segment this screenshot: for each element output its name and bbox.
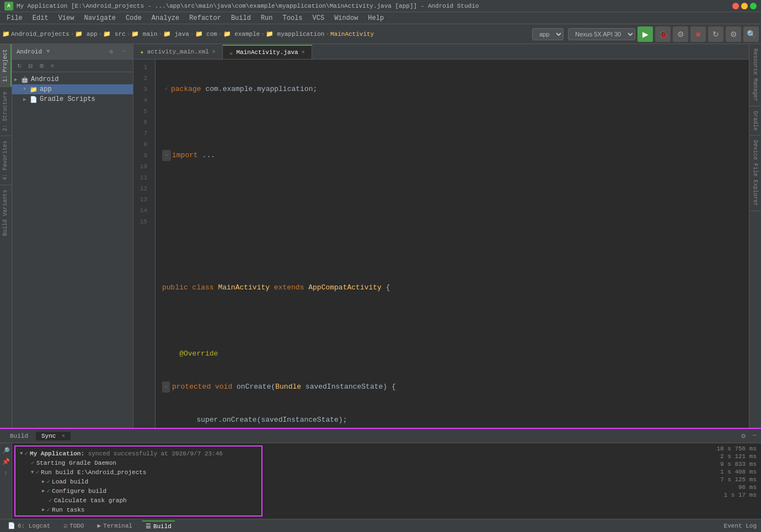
build-item-run-tasks[interactable]: ▶ ✓ Run tasks xyxy=(18,505,259,514)
run-tasks-label: Run tasks xyxy=(52,507,84,513)
menu-build[interactable]: Build xyxy=(227,13,255,23)
close-control[interactable] xyxy=(732,3,739,9)
breadcrumb-app[interactable]: 📁 app xyxy=(75,30,97,37)
line-13: 13 xyxy=(133,194,151,205)
menu-view[interactable]: View xyxy=(54,13,79,23)
menu-tools[interactable]: Tools xyxy=(278,13,307,23)
close-xml-tab[interactable]: × xyxy=(212,49,216,55)
search-button[interactable]: 🔍 xyxy=(743,26,759,42)
menu-code[interactable]: Code xyxy=(121,13,146,23)
android-expand[interactable]: ▶ xyxy=(14,77,21,83)
menu-run[interactable]: Run xyxy=(256,13,277,23)
app-expand[interactable]: ▼ xyxy=(23,87,30,92)
myapp-expand[interactable]: ▼ xyxy=(20,451,23,456)
breadcrumb-mainactivity[interactable]: MainActivity xyxy=(330,31,374,37)
fold-3[interactable]: − xyxy=(162,150,171,161)
menu-window[interactable]: Window xyxy=(330,13,362,23)
menu-file[interactable]: File xyxy=(2,13,27,23)
menu-refactor[interactable]: Refactor xyxy=(185,13,226,23)
vtab-device-file-explorer[interactable]: Device File Explorer xyxy=(750,136,760,211)
status-tab-terminal[interactable]: ▶ Terminal xyxy=(94,521,135,530)
build-item-load-build[interactable]: ▶ ✓ Load build xyxy=(18,477,259,486)
run-build-expand[interactable]: ▼ xyxy=(31,470,34,475)
vtab-project[interactable]: 1: Project xyxy=(0,44,12,87)
vtab-resource-manager[interactable]: Resource Manager xyxy=(750,44,760,106)
android-dropdown[interactable]: ▼ xyxy=(46,49,50,55)
vtab-build-variants[interactable]: Build Variants xyxy=(0,185,12,240)
menu-edit[interactable]: Edit xyxy=(28,13,53,23)
breadcrumb-android-projects[interactable]: 📁 xyxy=(2,30,10,37)
status-tab-logcat[interactable]: 📄 6: Logcat xyxy=(4,521,53,530)
build-settings-btn[interactable]: ⚙ xyxy=(741,432,746,440)
app-selector[interactable]: app xyxy=(532,28,564,40)
minimize-control[interactable] xyxy=(741,3,748,9)
vtab-favorites[interactable]: 4: Favorites xyxy=(0,136,12,185)
event-log-label[interactable]: Event Log xyxy=(724,523,757,529)
build-item-myapp[interactable]: ▼ ✓ My Application: synced successfully … xyxy=(18,449,259,458)
gradle-expand[interactable]: ▶ xyxy=(23,96,30,103)
bottom-tab-sync[interactable]: Sync × xyxy=(36,432,71,440)
close-java-tab[interactable]: × xyxy=(302,50,305,56)
breadcrumb-java[interactable]: 📁 java xyxy=(163,30,189,37)
build-item-run-build[interactable]: ▼ ✓ Run build E:\Android_projects xyxy=(18,467,259,477)
tab-activity-main-xml[interactable]: ✦ activity_main.xml × xyxy=(133,45,223,59)
configure-expand[interactable]: ▶ xyxy=(42,488,45,494)
maximize-control[interactable] xyxy=(750,3,757,9)
menu-analyze[interactable]: Analyze xyxy=(147,13,184,23)
line-14: 14 xyxy=(133,205,151,216)
collapse-all-btn[interactable]: ⊟ xyxy=(25,61,35,71)
run-tasks-expand[interactable]: ▶ xyxy=(42,507,45,513)
calculate-check: ✓ xyxy=(49,497,52,504)
project-tree: ▶ 🤖 Android ▼ 📁 app ▶ 📄 Gradle Scripts xyxy=(12,72,133,428)
menu-vcs[interactable]: VCS xyxy=(308,13,329,23)
breadcrumb-com[interactable]: 📁 com xyxy=(195,30,217,37)
build-item-configure[interactable]: ▶ ✓ Configure build xyxy=(18,486,259,496)
panel-collapse-btn[interactable]: − xyxy=(119,47,128,57)
code-editor[interactable]: 1 2 3 4 5 6 7 8 9 10 11 12 13 14 15 ✓ pa… xyxy=(133,60,749,428)
build-item-gradle-daemon[interactable]: ✓ Starting Gradle Daemon xyxy=(18,458,259,467)
fold-10[interactable]: − xyxy=(162,381,170,393)
window-controls[interactable] xyxy=(732,3,757,9)
panel-settings-btn[interactable]: ⚙ xyxy=(106,47,116,57)
breadcrumb-android-projects-label[interactable]: Android_projects xyxy=(11,31,69,37)
bottom-tab-build[interactable]: Build xyxy=(4,432,34,440)
menu-bar: File Edit View Navigate Code Analyze Ref… xyxy=(0,12,761,24)
tab-bar: ✦ activity_main.xml × ☕ MainActivity.jav… xyxy=(133,44,749,60)
debug-button[interactable]: 🐞 xyxy=(655,26,671,42)
profile-button[interactable]: ⚙ xyxy=(673,26,688,42)
menu-navigate[interactable]: Navigate xyxy=(79,13,120,23)
close-panel-btn[interactable]: × xyxy=(47,61,57,71)
build-minimize-btn[interactable]: − xyxy=(752,432,757,440)
build-item-calculate[interactable]: ✓ Calculate task graph xyxy=(18,496,259,505)
vtab-structure[interactable]: 2: Structure xyxy=(0,87,12,136)
line-9: 9 xyxy=(133,150,151,161)
settings-gear-btn[interactable]: ⚙ xyxy=(36,61,46,71)
build-nav-btn[interactable]: ↕ xyxy=(1,467,11,477)
code-content[interactable]: ✓ package com.example.myapplication; − i… xyxy=(156,60,749,428)
status-tab-build[interactable]: ☰ Build xyxy=(142,520,175,531)
run-button[interactable]: ▶ xyxy=(637,26,653,42)
settings-button[interactable]: ⚙ xyxy=(726,26,741,42)
bottom-panel-tabs: Build Sync × ⚙ − xyxy=(0,429,761,443)
sync-close[interactable]: × xyxy=(62,433,65,439)
build-label: Build xyxy=(153,523,172,530)
stop-button[interactable]: ■ xyxy=(690,26,706,42)
sync-button[interactable]: ↻ xyxy=(708,26,724,42)
menu-help[interactable]: Help xyxy=(363,13,388,23)
vtab-gradle[interactable]: Gradle xyxy=(750,106,760,136)
breadcrumb-main[interactable]: 📁 main xyxy=(131,30,157,37)
breadcrumb-example[interactable]: 📁 example xyxy=(223,30,260,37)
device-selector[interactable]: Nexus 5X API 30 xyxy=(568,28,635,40)
breadcrumb-src[interactable]: 📁 src xyxy=(103,30,125,37)
breadcrumb-myapplication[interactable]: 📁 myapplication xyxy=(266,30,324,37)
sync-project-btn[interactable]: ↻ xyxy=(14,61,24,71)
tree-gradle-scripts[interactable]: ▶ 📄 Gradle Scripts xyxy=(12,94,133,104)
load-build-expand[interactable]: ▶ xyxy=(42,479,45,485)
tree-app[interactable]: ▼ 📁 app xyxy=(12,84,133,94)
status-tab-todo[interactable]: ☑ TODO xyxy=(60,521,87,530)
tree-android-root[interactable]: ▶ 🤖 Android xyxy=(12,74,133,84)
tab-mainactivity-java[interactable]: ☕ MainActivity.java × xyxy=(223,45,312,59)
timing-configure: 7 s 125 ms xyxy=(269,476,757,483)
build-pin-btn[interactable]: 📌 xyxy=(1,456,11,466)
build-filter-btn[interactable]: 🔎 xyxy=(1,445,11,455)
